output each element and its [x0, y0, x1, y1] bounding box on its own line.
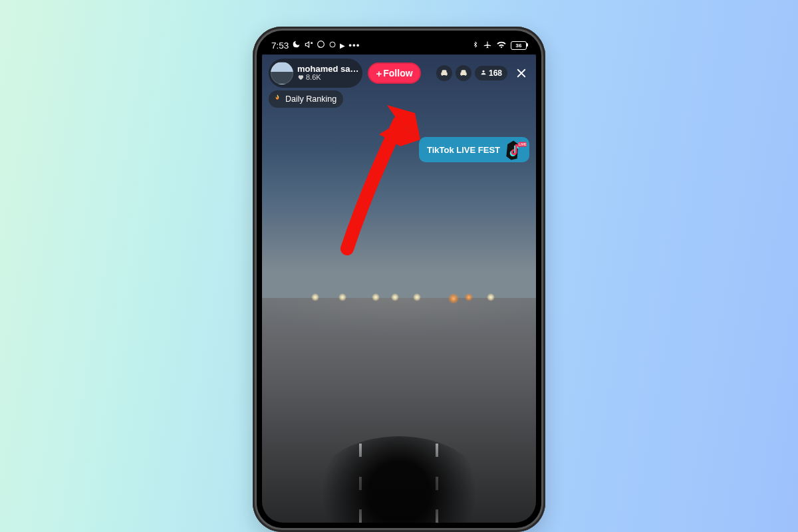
plus-icon: + [376, 68, 382, 79]
creator-name: mohamed sa… [297, 65, 358, 74]
viewer-seat-1[interactable] [436, 65, 452, 81]
follow-button[interactable]: + Follow [368, 63, 420, 84]
creator-likes-value: 8.6K [306, 74, 321, 82]
status-bar: 7:53 ▶ ••• [262, 36, 536, 55]
page-background: 7:53 ▶ ••• [0, 0, 798, 532]
creator-pill[interactable]: mohamed sa… 8.6K [269, 59, 362, 88]
tiktok-live-fest-banner[interactable]: TikTok LIVE FEST LIVE [419, 137, 529, 162]
battery-level: 36 [516, 43, 522, 49]
status-time: 7:53 [271, 41, 289, 51]
fire-icon [273, 94, 282, 105]
heart-icon [297, 74, 304, 82]
dnd-moon-icon [292, 40, 301, 51]
status-right: 36 [472, 40, 527, 51]
wifi-icon [496, 40, 507, 51]
sync-icon [329, 41, 336, 51]
fest-label: TikTok LIVE FEST [427, 145, 500, 155]
creator-info: mohamed sa… 8.6K [297, 65, 358, 82]
close-icon [515, 67, 527, 79]
status-left: 7:53 ▶ ••• [271, 40, 360, 51]
ranking-label: Daily Ranking [285, 94, 336, 104]
close-button[interactable] [513, 65, 529, 81]
more-notifications-icon: ••• [348, 41, 360, 51]
daily-ranking-pill[interactable]: Daily Ranking [269, 90, 343, 108]
airplane-mode-icon [483, 40, 492, 51]
phone-frame: 7:53 ▶ ••• [253, 27, 545, 532]
phone-screen: 7:53 ▶ ••• [262, 36, 536, 523]
whatsapp-icon [317, 40, 325, 51]
svg-point-0 [318, 41, 325, 48]
person-icon [480, 68, 487, 78]
bluetooth-icon [472, 40, 479, 51]
battery-icon: 36 [511, 41, 527, 50]
armchair-icon [440, 68, 449, 78]
creator-likes: 8.6K [297, 74, 358, 82]
viewer-cluster: 168 [436, 65, 529, 81]
follow-label: Follow [383, 68, 412, 78]
mute-icon [304, 40, 313, 51]
viewer-count: 168 [489, 68, 502, 78]
live-video[interactable]: mohamed sa… 8.6K + Follow [262, 55, 536, 523]
play-icon: ▶ [340, 42, 345, 49]
live-top-bar: mohamed sa… 8.6K + Follow [262, 59, 536, 88]
viewer-count-pill[interactable]: 168 [475, 66, 507, 80]
creator-avatar[interactable] [271, 62, 293, 84]
armchair-icon [459, 68, 468, 78]
svg-text:LIVE: LIVE [519, 142, 527, 146]
video-headlights [262, 293, 536, 305]
viewer-seat-2[interactable] [456, 65, 471, 81]
svg-point-1 [330, 42, 335, 47]
fest-badge-icon: LIVE [503, 138, 527, 162]
